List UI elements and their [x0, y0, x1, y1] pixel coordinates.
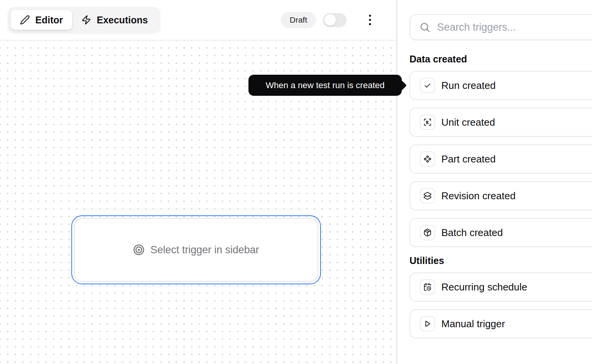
trigger-item-label: Revision created [441, 190, 516, 202]
trigger-placeholder-node[interactable]: Select trigger in sidebar [71, 215, 321, 284]
kebab-menu-icon [368, 14, 372, 26]
workflow-canvas[interactable]: Select trigger in sidebar [0, 41, 396, 364]
toggle-knob [324, 14, 336, 26]
section-title-utilities: Utilities [409, 255, 592, 266]
trigger-placeholder-label: Select trigger in sidebar [150, 244, 259, 256]
trigger-item-revision-created[interactable]: Revision created [409, 181, 592, 210]
scan-icon [423, 118, 432, 126]
trigger-item-label: Unit created [441, 116, 495, 128]
icon-box [420, 151, 435, 167]
icon-box [420, 316, 435, 331]
trigger-item-unit-created[interactable]: Unit created [409, 108, 592, 137]
trigger-placeholder-node-body: Select trigger in sidebar [74, 218, 318, 282]
tab-executions-label: Executions [97, 15, 148, 26]
triggers-sidebar: Data created Run created [397, 0, 592, 364]
status-badge: Draft [281, 12, 316, 28]
tab-editor[interactable]: Editor [11, 10, 72, 30]
play-icon [423, 320, 432, 328]
icon-box [420, 188, 435, 203]
layers-icon [423, 192, 432, 200]
component-icon [423, 155, 432, 163]
trigger-item-batch-created[interactable]: Batch created [409, 218, 592, 247]
icon-box [420, 115, 435, 130]
section-title-data-created: Data created [409, 53, 592, 65]
topbar-right-cluster: Draft [281, 11, 377, 28]
trigger-item-label: Recurring schedule [441, 281, 527, 293]
publish-toggle[interactable] [323, 13, 347, 27]
search-input[interactable] [437, 21, 592, 33]
trigger-item-label: Run created [441, 80, 496, 92]
canvas-column: Editor Executions Draft [0, 0, 397, 364]
more-options-button[interactable] [363, 11, 377, 28]
topbar: Editor Executions Draft [0, 0, 396, 41]
search-icon [419, 21, 431, 33]
trigger-item-manual-trigger[interactable]: Manual trigger [409, 309, 592, 338]
calendar-clock-icon [423, 283, 432, 291]
workflow-editor-app: Editor Executions Draft [0, 0, 592, 364]
pencil-icon [20, 15, 30, 25]
tab-executions[interactable]: Executions [72, 10, 157, 30]
trigger-item-run-created[interactable]: Run created [409, 71, 592, 100]
zap-icon [81, 15, 91, 25]
icon-box [420, 279, 435, 295]
trigger-item-label: Manual trigger [441, 318, 505, 330]
trigger-item-part-created[interactable]: Part created [409, 144, 592, 174]
trigger-item-label: Part created [441, 153, 496, 165]
trigger-item-label: Batch created [441, 227, 503, 239]
icon-box [420, 225, 435, 240]
tab-editor-label: Editor [35, 15, 63, 26]
icon-box [420, 78, 435, 93]
check-icon [423, 81, 432, 90]
trigger-search [409, 14, 592, 40]
view-segmented-control: Editor Executions [8, 7, 160, 33]
trigger-item-recurring-schedule[interactable]: Recurring schedule [409, 272, 592, 302]
target-icon [133, 244, 145, 256]
package-icon [423, 228, 432, 237]
